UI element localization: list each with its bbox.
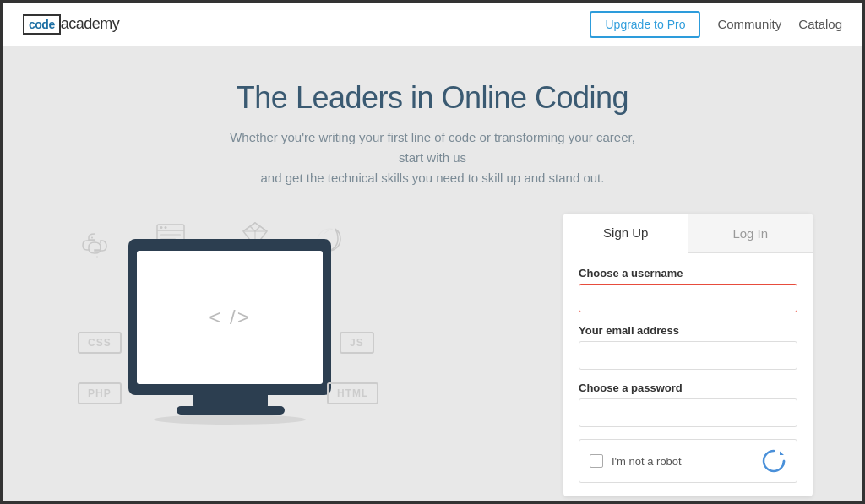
python-icon <box>78 230 112 272</box>
tab-signup[interactable]: Sign Up <box>563 214 688 253</box>
email-group: Your email address <box>579 324 797 370</box>
username-input[interactable] <box>579 284 797 312</box>
community-link[interactable]: Community <box>717 17 781 31</box>
svg-point-1 <box>96 257 98 258</box>
svg-point-5 <box>165 226 167 229</box>
password-group: Choose a password <box>579 382 797 427</box>
php-label: PHP <box>78 382 122 404</box>
logo: code academy <box>23 14 119 35</box>
username-label: Choose a username <box>579 267 797 279</box>
app-frame: code academy Upgrade to Pro Community Ca… <box>0 0 865 504</box>
card-body: Choose a username Your email address Cho… <box>563 253 813 496</box>
monitor-screen: < /> <box>137 251 323 384</box>
header: code academy Upgrade to Pro Community Ca… <box>3 3 862 46</box>
svg-point-0 <box>91 237 93 239</box>
monitor-base <box>177 406 285 415</box>
signup-card: Sign Up Log In Choose a username Your em… <box>563 214 813 496</box>
upgrade-button[interactable]: Upgrade to Pro <box>590 11 700 38</box>
captcha-checkbox[interactable] <box>590 454 603 468</box>
username-group: Choose a username <box>579 267 797 312</box>
js-label: JS <box>340 332 374 354</box>
illustration: < /> CSS JS PHP HTML <box>52 214 547 458</box>
logo-academy: academy <box>61 15 120 33</box>
tab-login[interactable]: Log In <box>688 214 813 252</box>
html-label: HTML <box>327 382 378 404</box>
captcha-left: I'm not a robot <box>590 454 682 468</box>
captcha-row[interactable]: I'm not a robot <box>579 439 797 483</box>
captcha-text: I'm not a robot <box>612 455 682 468</box>
recaptcha-logo <box>761 448 786 474</box>
logo-code: code <box>29 18 55 31</box>
monitor-shadow <box>154 415 306 425</box>
card-tabs: Sign Up Log In <box>563 214 813 253</box>
hero-subtitle: Whether you're writing your first line o… <box>230 127 635 188</box>
header-nav: Upgrade to Pro Community Catalog <box>590 11 842 38</box>
catalog-link[interactable]: Catalog <box>798 17 842 31</box>
email-input[interactable] <box>579 341 797 370</box>
content-area: < /> CSS JS PHP HTML Sign Up Log In <box>35 214 830 496</box>
code-display: < /> <box>209 306 250 329</box>
main-content: The Leaders in Online Coding Whether you… <box>3 46 862 504</box>
monitor: < /> <box>128 239 331 395</box>
hero-title: The Leaders in Online Coding <box>237 80 628 116</box>
password-label: Choose a password <box>579 382 797 394</box>
svg-point-4 <box>160 226 163 229</box>
email-label: Your email address <box>579 324 797 337</box>
svg-rect-6 <box>160 234 181 236</box>
password-input[interactable] <box>579 398 797 427</box>
css-label: CSS <box>78 332 122 354</box>
logo-box: code <box>23 14 61 35</box>
